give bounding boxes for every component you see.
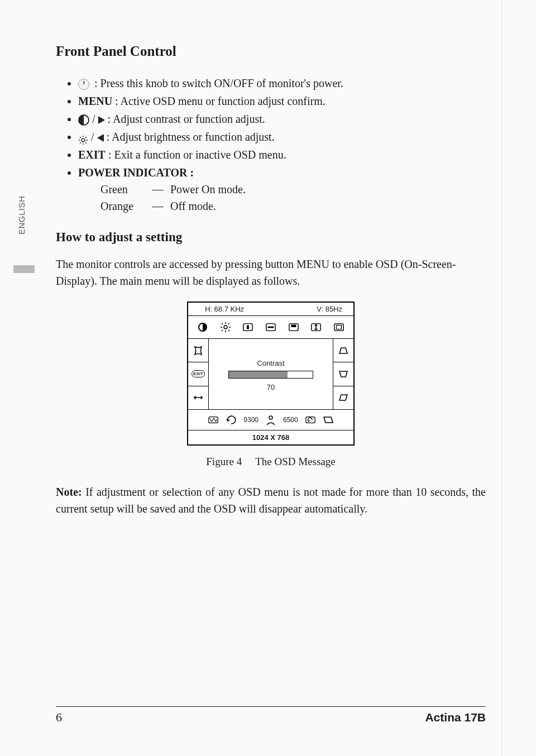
power-indicator-label: POWER INDICATOR : (78, 166, 194, 179)
control-item-power-indicator: POWER INDICATOR : Green — Power On mode.… (78, 164, 486, 214)
triangle-left-icon (97, 134, 104, 142)
osd-progress-fill (229, 371, 288, 378)
osd-figure: H: 68.7 KHz V: 85Hz EXIT Contr (187, 302, 355, 446)
intro-paragraph: The monitor controls are accessed by pre… (56, 256, 486, 289)
svg-point-35 (269, 416, 272, 419)
svg-marker-32 (339, 371, 347, 377)
orange-label: Orange (100, 198, 145, 214)
orange-text: Off mode. (170, 198, 216, 214)
power-text: : Press this knob to switch ON/OFF of mo… (94, 77, 343, 89)
svg-line-6 (85, 142, 87, 143)
control-item-menu: MENU : Active OSD menu or function adjus… (78, 93, 486, 109)
osd-brightness-icon (214, 322, 237, 333)
osd-move-icon (188, 386, 208, 409)
svg-marker-31 (339, 348, 347, 353)
svg-rect-20 (247, 325, 250, 329)
osd-zoom-icon (327, 322, 350, 333)
osd-value: 70 (267, 383, 275, 391)
osd-frequency-header: H: 68.7 KHz V: 85Hz (188, 303, 353, 316)
section-title: Front Panel Control (56, 44, 486, 59)
osd-resolution: 1024 X 768 (188, 430, 353, 444)
osd-v-freq: V: 85Hz (317, 305, 342, 313)
slash1: / (92, 113, 98, 125)
osd-mid-row: EXIT Contrast 70 (188, 339, 353, 410)
svg-line-16 (228, 330, 229, 331)
document-page: ENGLISH Front Panel Control : Press this… (0, 0, 536, 756)
osd-recall-icon (305, 414, 316, 425)
brightness-text: : Adjust brightness or function adjust. (107, 131, 275, 143)
osd-trapezoid-top-icon (333, 339, 353, 362)
menu-label: MENU (78, 95, 112, 107)
svg-line-8 (85, 137, 87, 138)
scan-edge (502, 0, 502, 756)
dash1: — (145, 181, 170, 198)
subheading-how-to-adjust: How to adjust a setting (56, 230, 486, 245)
osd-parallelogram-icon (333, 386, 353, 409)
exit-label: EXIT (78, 149, 106, 161)
osd-exit-icon: EXIT (188, 362, 208, 386)
brand-name: Actina 17B (425, 711, 486, 724)
control-item-brightness: / : Adjust brightness or function adjust… (78, 128, 486, 145)
footer-rule (56, 706, 486, 707)
power-knob-icon (78, 79, 89, 90)
indicator-block: Green — Power On mode. Orange — Off mode… (100, 181, 486, 214)
slash2: / (91, 131, 97, 143)
exit-text: : Exit a function or inactive OSD menu. (106, 149, 286, 161)
svg-marker-33 (339, 395, 347, 400)
svg-rect-27 (334, 324, 343, 331)
svg-line-15 (222, 323, 223, 324)
page-number: 6 (56, 710, 62, 725)
svg-line-17 (222, 330, 223, 331)
control-item-exit: EXIT : Exit a function or inactive OSD m… (78, 146, 486, 163)
svg-line-5 (80, 137, 81, 138)
language-tab (13, 265, 35, 273)
svg-line-18 (228, 323, 229, 324)
control-item-power: : Press this knob to switch ON/OFF of mo… (78, 75, 486, 92)
osd-h-freq: H: 68.7 KHz (205, 305, 244, 313)
osd-contrast-icon (192, 322, 214, 333)
osd-user-color-icon (265, 414, 276, 425)
dash2: — (145, 198, 170, 214)
green-text: Power On mode. (170, 181, 246, 198)
figure-number: Figure 4 (206, 456, 242, 467)
green-label: Green (100, 181, 145, 198)
osd-vpos-icon (282, 322, 305, 333)
svg-rect-22 (268, 327, 274, 328)
osd-trapezoid-bottom-icon (333, 362, 353, 386)
osd-color-6500: 6500 (283, 416, 298, 424)
contrast-icon (78, 114, 89, 126)
osd-box: H: 68.7 KHz V: 85Hz EXIT Contr (187, 302, 355, 446)
svg-line-7 (80, 142, 81, 143)
svg-point-10 (224, 326, 227, 329)
footer: 6 Actina 17B (56, 710, 486, 725)
language-label: ENGLISH (17, 196, 26, 235)
menu-text: : Active OSD menu or function adjust con… (112, 95, 326, 107)
note-text: If adjustment or selection of any OSD me… (56, 486, 486, 515)
osd-moire-icon (208, 414, 219, 425)
control-item-contrast: / : Adjust contrast or function adjust. (78, 111, 486, 127)
svg-point-0 (82, 139, 85, 142)
brightness-icon (78, 133, 88, 143)
svg-rect-24 (291, 324, 296, 327)
svg-rect-28 (336, 325, 341, 329)
svg-marker-39 (324, 417, 333, 423)
osd-center-label: Contrast (257, 359, 284, 367)
svg-point-30 (195, 397, 197, 399)
figure-caption: Figure 4The OSD Message (56, 456, 486, 468)
osd-parallelogram2-icon (323, 414, 334, 425)
osd-icon-row-top (188, 316, 353, 339)
osd-vsize-icon (305, 322, 328, 333)
osd-rotation-icon (226, 414, 237, 425)
contrast-text: : Adjust contrast or function adjust. (108, 113, 265, 125)
osd-progress-bar (228, 371, 313, 379)
osd-color-9300: 9300 (243, 416, 259, 424)
osd-pincushion-icon (188, 339, 208, 362)
osd-hpos-icon (237, 322, 260, 333)
note-label: Note: (56, 486, 82, 498)
osd-hsize-icon (260, 322, 283, 333)
osd-bottom-row: 9300 6500 (188, 410, 353, 430)
note-paragraph: Note: If adjustment or selection of any … (56, 484, 486, 517)
figure-title: The OSD Message (255, 456, 336, 467)
triangle-right-icon (98, 116, 105, 124)
controls-list: : Press this knob to switch ON/OFF of mo… (56, 75, 486, 214)
